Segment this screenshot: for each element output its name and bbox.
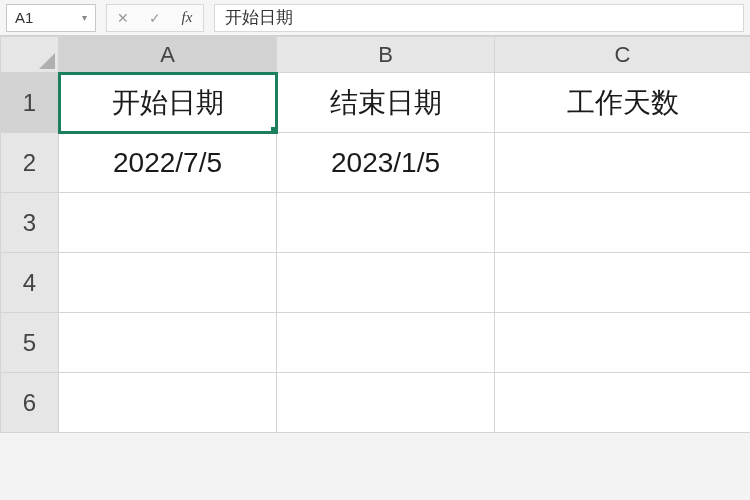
row-header-2[interactable]: 2 xyxy=(1,133,59,193)
table-row: 6 xyxy=(1,373,751,433)
insert-function-button[interactable]: fx xyxy=(171,5,203,31)
check-icon: ✓ xyxy=(149,10,161,26)
cell-C3[interactable] xyxy=(495,193,751,253)
cell-B2[interactable]: 2023/1/5 xyxy=(277,133,495,193)
row-header-6[interactable]: 6 xyxy=(1,373,59,433)
cell-B1[interactable]: 结束日期 xyxy=(277,73,495,133)
row-header-5[interactable]: 5 xyxy=(1,313,59,373)
cell-A6[interactable] xyxy=(59,373,277,433)
cell-B4[interactable] xyxy=(277,253,495,313)
select-all-corner[interactable] xyxy=(1,37,59,73)
cell-B3[interactable] xyxy=(277,193,495,253)
cell-A1[interactable]: 开始日期 xyxy=(59,73,277,133)
table-row: 1 开始日期 结束日期 工作天数 xyxy=(1,73,751,133)
row-header-3[interactable]: 3 xyxy=(1,193,59,253)
table-row: 3 xyxy=(1,193,751,253)
cell-A5[interactable] xyxy=(59,313,277,373)
formula-bar-buttons: ✕ ✓ fx xyxy=(106,4,204,32)
table-row: 4 xyxy=(1,253,751,313)
row-header-4[interactable]: 4 xyxy=(1,253,59,313)
row-header-1[interactable]: 1 xyxy=(1,73,59,133)
formula-bar: A1 ▾ ✕ ✓ fx 开始日期 xyxy=(0,0,750,36)
cell-C2[interactable] xyxy=(495,133,751,193)
cell-C6[interactable] xyxy=(495,373,751,433)
column-header-row: A B C xyxy=(1,37,751,73)
cell-A2[interactable]: 2022/7/5 xyxy=(59,133,277,193)
name-box[interactable]: A1 ▾ xyxy=(6,4,96,32)
cancel-button[interactable]: ✕ xyxy=(107,5,139,31)
confirm-button[interactable]: ✓ xyxy=(139,5,171,31)
name-box-value: A1 xyxy=(15,9,82,26)
column-header-B[interactable]: B xyxy=(277,37,495,73)
x-icon: ✕ xyxy=(117,10,129,26)
cell-C4[interactable] xyxy=(495,253,751,313)
formula-input-value: 开始日期 xyxy=(225,6,293,29)
formula-input[interactable]: 开始日期 xyxy=(214,4,744,32)
cell-A3[interactable] xyxy=(59,193,277,253)
table-row: 2 2022/7/5 2023/1/5 xyxy=(1,133,751,193)
column-header-C[interactable]: C xyxy=(495,37,751,73)
cell-A4[interactable] xyxy=(59,253,277,313)
cell-C1[interactable]: 工作天数 xyxy=(495,73,751,133)
chevron-down-icon[interactable]: ▾ xyxy=(82,12,87,23)
fx-icon: fx xyxy=(182,9,193,26)
cell-B5[interactable] xyxy=(277,313,495,373)
column-header-A[interactable]: A xyxy=(59,37,277,73)
table-row: 5 xyxy=(1,313,751,373)
spreadsheet-grid: A B C 1 开始日期 结束日期 工作天数 2 2022/7/5 2023/1… xyxy=(0,36,750,433)
cell-C5[interactable] xyxy=(495,313,751,373)
cell-B6[interactable] xyxy=(277,373,495,433)
